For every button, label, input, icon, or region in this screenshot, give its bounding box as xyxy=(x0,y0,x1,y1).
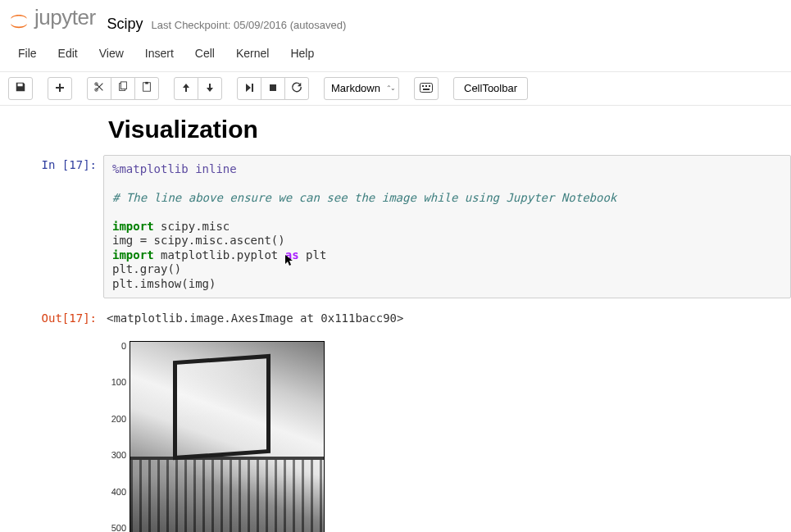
move-up-button[interactable] xyxy=(174,77,198,100)
code-kw-import: import xyxy=(112,248,154,261)
plus-icon xyxy=(55,82,65,95)
menu-kernel[interactable]: Kernel xyxy=(226,40,279,66)
run-step-icon xyxy=(244,82,254,95)
move-down-button[interactable] xyxy=(198,77,222,100)
stop-icon xyxy=(268,82,278,95)
svg-rect-9 xyxy=(425,85,427,87)
paste-button[interactable] xyxy=(134,77,159,100)
jupyter-logo-text: jupyter xyxy=(34,5,96,30)
menu-cell[interactable]: Cell xyxy=(185,40,225,66)
plot-output: 0 100 200 300 400 500 0 100 200 300 400 … xyxy=(103,334,325,532)
menu-file[interactable]: File xyxy=(8,40,47,66)
plot-yaxis: 0 100 200 300 400 500 xyxy=(107,341,130,532)
ytick: 500 xyxy=(107,523,126,532)
restart-icon xyxy=(291,81,302,95)
output-text: <matplotlib.image.AxesImage at 0x111bacc… xyxy=(103,308,791,325)
code-text: plt.imshow(img) xyxy=(112,277,216,290)
markdown-cell[interactable]: Visualization xyxy=(0,116,791,150)
code-cell[interactable]: In [17]: %matplotlib inline # The line a… xyxy=(0,150,791,304)
clipboard-group xyxy=(87,77,159,100)
svg-rect-3 xyxy=(120,82,126,89)
svg-rect-5 xyxy=(145,82,148,84)
jupyter-logo[interactable]: jupyter xyxy=(8,5,96,30)
code-text: scipy.misc xyxy=(154,220,230,233)
restart-button[interactable] xyxy=(284,77,309,100)
ytick: 0 xyxy=(107,341,126,351)
menu-insert[interactable]: Insert xyxy=(135,40,184,66)
keyboard-icon xyxy=(420,82,433,95)
menu-bar: File Edit View Insert Cell Kernel Help xyxy=(0,37,791,72)
arrow-up-icon xyxy=(181,82,191,95)
paste-icon xyxy=(141,81,152,95)
empty-prompt xyxy=(0,334,103,532)
toolbar: Markdown CellToolbar xyxy=(0,72,791,106)
cell-type-select-wrap: Markdown xyxy=(324,77,399,100)
heading-visualization: Visualization xyxy=(108,116,791,143)
cut-button[interactable] xyxy=(87,77,111,100)
notebook-area: Visualization In [17]: %matplotlib inlin… xyxy=(0,106,791,533)
move-group xyxy=(174,77,222,100)
plot-figure: 0 100 200 300 400 500 xyxy=(107,341,325,532)
notebook-title[interactable]: Scipy xyxy=(107,16,143,33)
menu-help[interactable]: Help xyxy=(280,40,324,66)
command-palette-button[interactable] xyxy=(414,77,439,100)
ytick: 200 xyxy=(107,414,126,424)
notebook-header: jupyter Scipy Last Checkpoint: 05/09/201… xyxy=(0,0,791,37)
run-button[interactable] xyxy=(237,77,261,100)
ytick: 300 xyxy=(107,450,126,460)
code-line-magic: %matplotlib inline xyxy=(112,162,237,175)
run-group xyxy=(237,77,309,100)
code-text: plt.gray() xyxy=(112,262,181,275)
input-prompt: In [17]: xyxy=(0,155,103,299)
interrupt-button[interactable] xyxy=(261,77,285,100)
save-button[interactable] xyxy=(8,77,33,100)
arrow-down-icon xyxy=(205,82,215,95)
save-icon xyxy=(15,81,26,95)
cell-toolbar-button[interactable]: CellToolbar xyxy=(453,77,528,100)
ytick: 400 xyxy=(107,487,126,497)
code-input-area[interactable]: %matplotlib inline # The line above ensu… xyxy=(103,155,791,299)
svg-rect-11 xyxy=(423,89,430,90)
svg-rect-10 xyxy=(429,85,430,87)
scissors-icon xyxy=(93,81,105,95)
svg-rect-6 xyxy=(270,84,276,91)
add-cell-button[interactable] xyxy=(48,77,72,100)
output-plot-cell: 0 100 200 300 400 500 0 100 200 300 400 … xyxy=(0,330,791,532)
plot-image xyxy=(130,341,325,532)
checkpoint-text: Last Checkpoint: 05/09/2016 (autosaved) xyxy=(152,19,347,31)
output-prompt: Out[17]: xyxy=(0,308,103,325)
copy-button[interactable] xyxy=(111,77,135,100)
copy-icon xyxy=(117,81,129,95)
code-comment: # The line above ensure we can see the i… xyxy=(112,191,616,204)
code-kw-as: as xyxy=(285,248,299,261)
menu-edit[interactable]: Edit xyxy=(48,40,88,66)
svg-rect-8 xyxy=(422,85,424,87)
output-cell: Out[17]: <matplotlib.image.AxesImage at … xyxy=(0,303,791,330)
code-text: img = scipy.misc.ascent() xyxy=(112,234,285,247)
code-text: plt xyxy=(299,248,327,261)
code-text: matplotlib.pyplot xyxy=(154,248,285,261)
svg-rect-7 xyxy=(421,83,433,92)
cell-type-select[interactable]: Markdown xyxy=(324,77,399,100)
ytick: 100 xyxy=(107,377,126,387)
ascent-image-placeholder xyxy=(130,342,324,532)
code-kw-import: import xyxy=(112,220,154,233)
menu-view[interactable]: View xyxy=(89,40,134,66)
jupyter-logo-icon xyxy=(8,11,30,32)
